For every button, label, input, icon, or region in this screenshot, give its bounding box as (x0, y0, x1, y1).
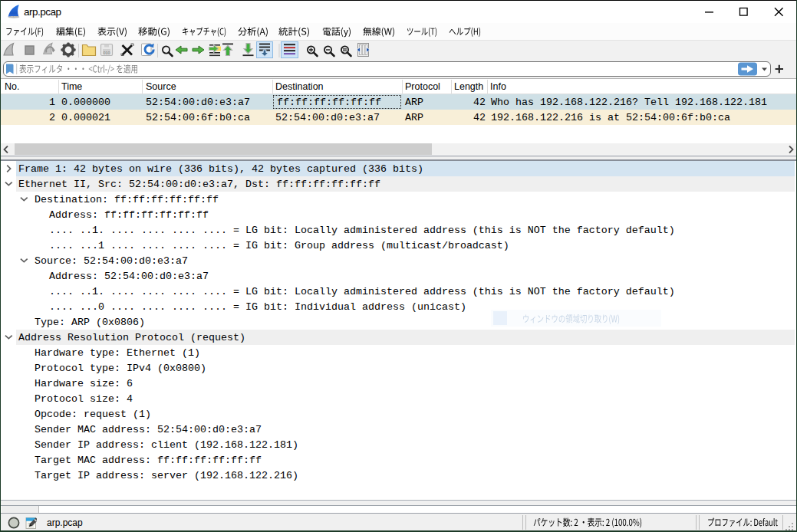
svg-text:010: 010 (103, 51, 110, 55)
